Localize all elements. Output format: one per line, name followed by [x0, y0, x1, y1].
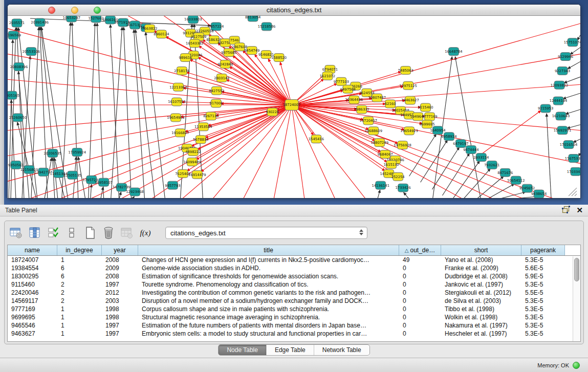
network-edge[interactable] — [17, 122, 36, 198]
network-edge[interactable] — [8, 105, 292, 130]
table-cell[interactable]: Structural magnetic resonance image aver… — [138, 313, 399, 321]
table-cell[interactable]: 1 — [57, 330, 102, 338]
network-edge[interactable] — [442, 153, 469, 195]
table-cell[interactable]: 5.6E-5 — [521, 264, 565, 272]
table-row[interactable]: 1830029562008Estimation of significance … — [8, 272, 580, 280]
table-cell[interactable]: Corpus callosum shape and size in male p… — [138, 305, 399, 313]
table-cell[interactable]: 0 — [399, 264, 441, 272]
table-cell[interactable]: 49 — [399, 256, 441, 264]
table-cell[interactable]: 6 — [57, 272, 102, 280]
network-edge[interactable] — [8, 105, 292, 156]
network-window-titlebar[interactable]: citations_edges.txt — [8, 5, 580, 16]
import-table-icon[interactable] — [119, 226, 135, 240]
network-edge[interactable] — [190, 59, 292, 105]
table-cell[interactable]: Estimation of the future numbers of pati… — [138, 321, 399, 330]
network-canvas[interactable]: 2035571203914361065328715276626466160107… — [8, 16, 580, 198]
table-cell[interactable]: Franke et al. (2009) — [441, 264, 521, 272]
network-edge[interactable] — [18, 71, 29, 198]
network-edge[interactable] — [563, 93, 580, 99]
network-edge[interactable] — [254, 54, 292, 105]
float-panel-icon[interactable] — [562, 206, 570, 215]
new-table-icon[interactable] — [82, 226, 98, 240]
table-row[interactable]: 1456911722003Disruption of a novel membe… — [8, 297, 580, 305]
table-cell[interactable]: 1 — [57, 321, 102, 330]
table-cell[interactable]: Stergiakouli et al. (2012) — [441, 289, 521, 297]
table-cell[interactable]: Tibbo et al. (1998) — [441, 305, 521, 313]
network-edge[interactable] — [226, 80, 292, 105]
network-edge[interactable] — [463, 168, 490, 198]
table-cell[interactable]: Genome-wide association studies in ADHD. — [138, 264, 399, 272]
table-row[interactable]: 1872400712008Changes of HCN gene express… — [8, 256, 580, 264]
table-row[interactable]: 1938455462009Genome-wide association stu… — [8, 264, 580, 272]
canvas-resize-grip[interactable] — [575, 194, 577, 196]
table-cell[interactable]: 0 — [399, 305, 441, 313]
table-cell[interactable]: de Silva et al. (2003) — [441, 297, 521, 305]
table-cell[interactable]: 2008 — [102, 272, 138, 280]
scrollbar-thumb[interactable] — [574, 258, 579, 281]
tab-edge-table[interactable]: Edge Table — [267, 345, 314, 355]
table-cell[interactable]: 1 — [57, 305, 102, 313]
column-header-out_de[interactable]: △out_de… — [399, 245, 441, 255]
table-cell[interactable]: Disruption of a novel member of a sodium… — [138, 297, 399, 305]
table-cell[interactable]: 5.9E-5 — [521, 272, 565, 280]
network-edge[interactable] — [11, 28, 16, 198]
table-cell[interactable]: 18724007 — [8, 256, 57, 264]
function-builder-icon[interactable]: f(x) — [138, 226, 153, 240]
network-edge[interactable] — [567, 125, 580, 128]
table-cell[interactable]: 19384554 — [8, 264, 57, 272]
table-cell[interactable]: 0 — [399, 272, 441, 280]
table-cell[interactable]: 0 — [399, 280, 441, 289]
network-edge[interactable] — [101, 187, 103, 198]
table-cell[interactable]: Hescheler et al. (1997) — [441, 330, 521, 338]
table-cell[interactable]: Investigating the contribution of common… — [138, 289, 399, 297]
table-select-combo[interactable]: citations_edges.txt — [165, 227, 367, 239]
table-cell[interactable]: Nakamura et al. (1997) — [441, 321, 521, 330]
network-edge[interactable] — [475, 111, 541, 158]
table-cell[interactable]: Changes of HCN gene expression and I(f) … — [138, 256, 399, 264]
table-cell[interactable]: 5.3E-5 — [521, 256, 565, 264]
table-cell[interactable]: 5.3E-5 — [521, 280, 565, 289]
delete-table-icon[interactable] — [101, 226, 116, 240]
network-edge[interactable] — [404, 192, 409, 198]
table-cell[interactable]: 2009 — [102, 264, 138, 272]
table-cell[interactable]: 1997 — [102, 280, 138, 289]
table-row[interactable]: 911546021997Tourette syndrome. Phenomeno… — [8, 280, 580, 289]
tab-network-table[interactable]: Network Table — [314, 345, 369, 355]
table-settings-icon[interactable] — [9, 226, 24, 240]
close-panel-icon[interactable]: ✕ — [576, 207, 583, 214]
table-cell[interactable]: 2003 — [102, 297, 138, 305]
column-header-short[interactable]: short — [441, 245, 521, 255]
network-edge[interactable] — [432, 147, 460, 190]
table-cell[interactable]: Wolkin et al. (1998) — [441, 313, 521, 321]
network-edge[interactable] — [565, 110, 580, 114]
tab-node-table[interactable]: Node Table — [219, 345, 267, 355]
table-cell[interactable]: 9463627 — [8, 330, 57, 338]
table-cell[interactable]: 6 — [57, 264, 102, 272]
table-cell[interactable]: 1997 — [102, 321, 138, 330]
row-height-icon[interactable] — [64, 226, 79, 240]
column-header-in_degree[interactable]: in_degree — [57, 245, 102, 255]
network-edge[interactable] — [136, 30, 155, 198]
network-edge[interactable] — [133, 196, 135, 198]
network-edge[interactable] — [568, 61, 580, 69]
vertical-scrollbar[interactable] — [573, 256, 580, 341]
table-cell[interactable]: 5.5E-5 — [521, 289, 565, 297]
table-cell[interactable]: 5.3E-5 — [521, 305, 565, 313]
column-header-pagerank[interactable]: pagerank — [521, 245, 565, 255]
network-edge[interactable] — [134, 30, 145, 198]
canvas-resize-grip[interactable] — [572, 191, 577, 196]
table-cell[interactable]: 5.3E-5 — [521, 321, 565, 330]
network-edge[interactable] — [498, 192, 526, 198]
table-cell[interactable]: 0 — [399, 313, 441, 321]
table-row[interactable]: 969969511998Structural magnetic resonanc… — [8, 313, 580, 321]
table-cell[interactable]: 2008 — [102, 256, 138, 264]
network-edge[interactable] — [564, 77, 580, 83]
table-cell[interactable]: 0 — [399, 321, 441, 330]
network-edge[interactable] — [89, 23, 95, 198]
table-cell[interactable]: 1997 — [102, 330, 138, 338]
network-edge[interactable] — [111, 27, 122, 198]
table-cell[interactable]: Estimation of significance thresholds fo… — [138, 272, 399, 280]
table-row[interactable]: 946554611997Estimation of the future num… — [8, 321, 580, 330]
column-header-name[interactable]: name — [8, 245, 57, 255]
network-edge[interactable] — [8, 54, 292, 105]
